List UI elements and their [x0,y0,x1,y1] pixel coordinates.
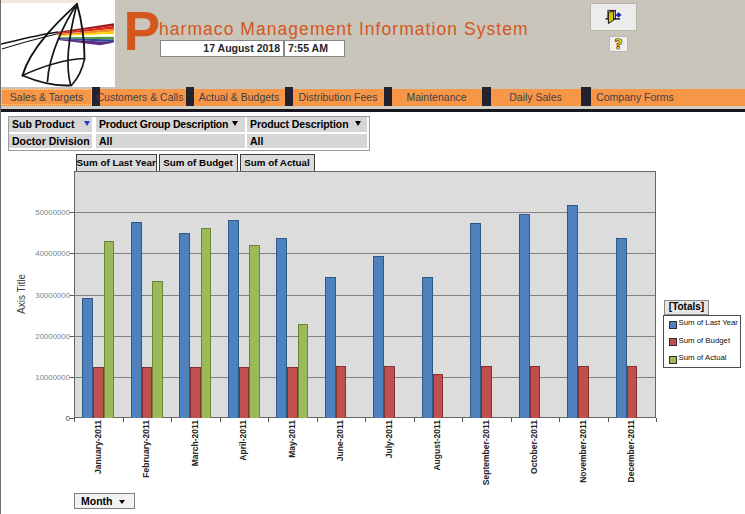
svg-text:?: ? [615,37,623,51]
